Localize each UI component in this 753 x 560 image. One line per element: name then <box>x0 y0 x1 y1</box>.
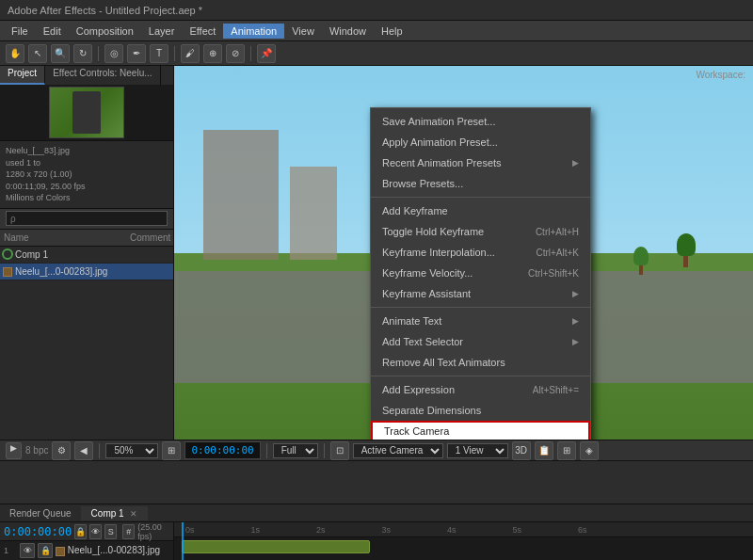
mark-6: 6s <box>578 525 587 535</box>
project-thumbnail <box>0 85 173 141</box>
file-list-header: Name Comment <box>0 230 173 247</box>
toolbar-select-tool[interactable]: ↖ <box>28 44 47 63</box>
menu-edit[interactable]: Edit <box>36 24 69 39</box>
menu-view[interactable]: View <box>284 24 322 39</box>
separator-3 <box>371 376 590 376</box>
menu-add-text-selector[interactable]: Add Text Selector ▶ <box>371 331 590 352</box>
menu-save-animation-preset[interactable]: Save Animation Preset... <box>371 111 590 132</box>
file-row-image[interactable]: Neelu_[...0-00283].jpg <box>0 264 173 280</box>
sep2 <box>266 443 267 458</box>
menu-remove-all-text-animators[interactable]: Remove All Text Animators <box>371 352 590 373</box>
btn-zoom-fit[interactable]: ⊞ <box>162 441 181 460</box>
views-select[interactable]: 1 View 2 Views <box>447 443 508 458</box>
timecode-display: 0:00:00:00 <box>184 441 260 459</box>
toolbar-puppet-tool[interactable]: 📌 <box>257 44 276 63</box>
tree-trunk-2 <box>639 265 643 275</box>
menu-animate-text[interactable]: Animate Text ▶ <box>371 311 590 331</box>
btn-grid[interactable]: ⊞ <box>557 441 576 460</box>
menu-keyframe-velocity[interactable]: Keyframe Velocity... Ctrl+Shift+K <box>371 263 590 283</box>
tab-render-queue[interactable]: Render Queue <box>0 506 82 520</box>
toolbar-rotate-tool[interactable]: ↻ <box>73 44 92 63</box>
timeline-controls: 0:00:00:00 🔒 👁 S # (25.00 fps) <box>0 522 173 541</box>
mark-2: 2s <box>316 525 326 535</box>
btn-3d-toggle[interactable]: 3D <box>512 441 531 460</box>
btn-frame-rate[interactable]: # <box>122 524 135 539</box>
comp1-tab-label: Comp 1 <box>91 508 124 519</box>
btn-transparency[interactable]: ◈ <box>580 441 599 460</box>
left-panel: Project Effect Controls: Neelu... Neelu_… <box>0 66 174 440</box>
menu-layer[interactable]: Layer <box>141 24 183 39</box>
toolbar-eraser-tool[interactable]: ⊘ <box>226 44 245 63</box>
titlebar: Adobe After Effects - Untitled Project.a… <box>0 0 753 21</box>
menu-label: Separate Dimensions <box>382 405 481 416</box>
camera-select[interactable]: Active Camera <box>353 443 443 458</box>
tab-project[interactable]: Project <box>0 66 45 85</box>
col-comment-header: Comment <box>126 232 173 243</box>
quality-select[interactable]: Full Half <box>273 443 318 458</box>
menu-keyframe-interpolation[interactable]: Keyframe Interpolation... Ctrl+Alt+K <box>371 242 590 263</box>
menu-animation[interactable]: Animation <box>223 24 284 39</box>
shortcut: Ctrl+Alt+H <box>536 227 579 237</box>
toolbar-brush-tool[interactable]: 🖌 <box>181 44 200 63</box>
menu-track-camera[interactable]: Track Camera <box>371 421 590 440</box>
separator-2 <box>371 307 590 308</box>
mark-4: 4s <box>447 525 457 535</box>
btn-preview[interactable]: ◀ <box>74 441 93 460</box>
tree-1 <box>677 233 696 267</box>
toolbar-camera-tool[interactable]: ◎ <box>104 44 123 63</box>
menu-label: Keyframe Assistant <box>382 288 471 299</box>
comp-controls-row: ▶ 8 bpc ⚙ ◀ 50% 100% ⊞ 0:00:00:00 Full H… <box>0 440 753 461</box>
layer-row-1[interactable]: 1 👁 🔒 Neelu_[...0-00283].jpg <box>0 541 173 560</box>
viewport[interactable]: Workspace: Save Animation Preset... Appl… <box>174 66 753 440</box>
btn-lock[interactable]: 🔒 <box>74 524 87 539</box>
timeline-playhead[interactable] <box>182 522 184 560</box>
menu-keyframe-assistant[interactable]: Keyframe Assistant ▶ <box>371 283 590 304</box>
btn-render-queue[interactable]: ▶ <box>6 442 22 459</box>
menu-add-keyframe[interactable]: Add Keyframe <box>371 200 590 221</box>
menu-add-expression[interactable]: Add Expression Alt+Shift+= <box>371 379 590 400</box>
close-tab-icon[interactable]: ✕ <box>130 509 137 519</box>
toolbar-zoom-tool[interactable]: 🔍 <box>51 44 70 63</box>
menu-label: Remove All Text Animators <box>382 357 505 368</box>
timeline-ruler: 0s 1s 2s 3s 4s 5s 6s <box>174 522 753 537</box>
animation-dropdown-menu: Save Animation Preset... Apply Animation… <box>370 107 591 440</box>
menu-window[interactable]: Window <box>322 24 374 39</box>
shortcut: Ctrl+Shift+K <box>528 268 579 279</box>
toolbar-pen-tool[interactable]: ✒ <box>127 44 146 63</box>
file-name-info: Neelu_[__83].jpg <box>6 145 168 157</box>
btn-solo[interactable]: S <box>104 524 117 539</box>
btn-layer-lock[interactable]: 🔒 <box>38 543 53 558</box>
menu-recent-animation-presets[interactable]: Recent Animation Presets ▶ <box>371 152 590 173</box>
project-info: Neelu_[__83].jpg used 1 to 1280 x 720 (1… <box>0 141 173 209</box>
menu-help[interactable]: Help <box>374 24 410 39</box>
btn-view-options[interactable]: ⊡ <box>330 441 349 460</box>
menu-effect[interactable]: Effect <box>182 24 223 39</box>
menu-browse-presets[interactable]: Browse Presets... <box>371 173 590 194</box>
img-icon <box>0 266 15 277</box>
building-2 <box>290 167 337 260</box>
sep3 <box>324 443 325 458</box>
toolbar-stamp-tool[interactable]: ⊕ <box>203 44 222 63</box>
menu-toggle-hold-keyframe[interactable]: Toggle Hold Keyframe Ctrl+Alt+H <box>371 221 590 242</box>
menu-file[interactable]: File <box>4 24 36 39</box>
project-search-input[interactable] <box>6 211 168 226</box>
tab-effect-controls[interactable]: Effect Controls: Neelu... <box>45 66 160 85</box>
title-text: Adobe After Effects - Untitled Project.a… <box>8 5 202 16</box>
timeline-tabs: Render Queue Comp 1 ✕ <box>0 504 753 522</box>
btn-visibility[interactable]: 👁 <box>89 524 102 539</box>
file-row-comp1[interactable]: Comp 1 <box>0 247 173 264</box>
menu-composition[interactable]: Composition <box>69 24 141 39</box>
menu-apply-animation-preset[interactable]: Apply Animation Preset... <box>371 132 590 152</box>
toolbar-text-tool[interactable]: T <box>150 44 168 63</box>
btn-settings[interactable]: ⚙ <box>52 441 71 460</box>
track-bar-1[interactable] <box>182 540 370 553</box>
menu-label: Add Text Selector <box>382 336 463 347</box>
btn-comp-settings[interactable]: 📋 <box>535 441 553 460</box>
menu-separate-dimensions[interactable]: Separate Dimensions <box>371 400 590 421</box>
zoom-select[interactable]: 50% 100% <box>105 443 158 458</box>
timeline-panel: Render Queue Comp 1 ✕ 0:00:00:00 🔒 👁 S #… <box>0 504 753 560</box>
tab-comp1[interactable]: Comp 1 ✕ <box>82 506 149 520</box>
toolbar-hand-tool[interactable]: ✋ <box>6 44 24 63</box>
btn-layer-visibility[interactable]: 👁 <box>20 543 35 558</box>
color-depth: 8 bpc <box>25 445 48 456</box>
